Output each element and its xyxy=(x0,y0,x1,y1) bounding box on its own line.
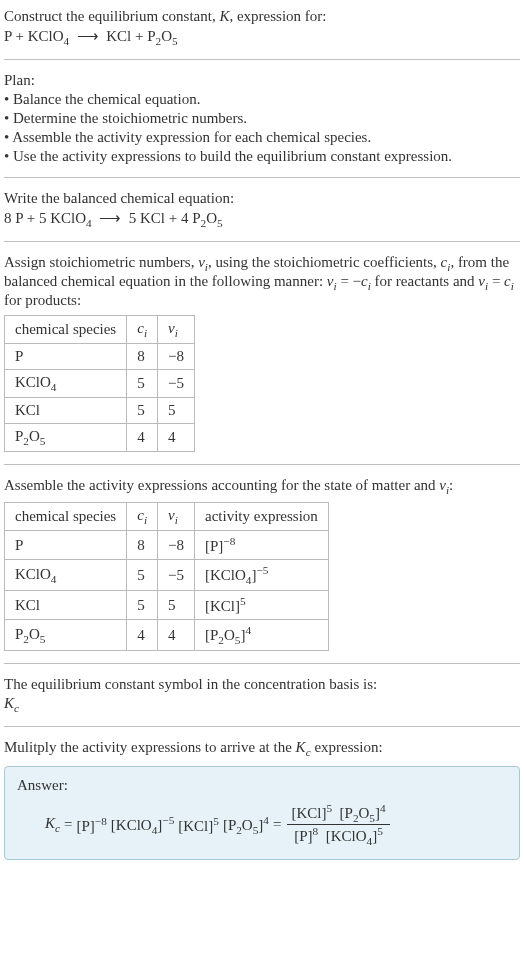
cell-ci: 5 xyxy=(127,398,158,424)
divider xyxy=(4,241,520,242)
term: [KCl]5 xyxy=(178,815,219,835)
answer-label: Answer: xyxy=(17,777,507,794)
cell-nui: −5 xyxy=(158,560,195,591)
cell-species: KCl xyxy=(5,398,127,424)
cell-species: P2O5 xyxy=(5,620,127,651)
balanced-equation: 8 P + 5 KClO4 ⟶ 5 KCl + 4 P2O5 xyxy=(4,209,520,229)
text: [P] xyxy=(205,538,223,554)
subscript: 4 xyxy=(51,381,57,393)
rhs: O xyxy=(161,28,172,44)
multiply-paragraph: Mulitply the activity expressions to arr… xyxy=(4,739,520,758)
balanced-heading: Write the balanced chemical equation: xyxy=(4,190,520,207)
subscript: i xyxy=(175,514,178,526)
text: [KClO xyxy=(205,567,246,583)
divider xyxy=(4,726,520,727)
nu-symbol: ν xyxy=(439,477,446,493)
plan-bullet: • Determine the stoichiometric numbers. xyxy=(4,110,520,127)
superscript: 5 xyxy=(326,802,332,814)
nu-symbol: ν xyxy=(168,320,175,336)
text: , using the stoichiometric coefficients, xyxy=(208,254,441,270)
plan-heading: Plan: xyxy=(4,72,520,89)
col-ci: ci xyxy=(127,316,158,344)
cell-species: KCl xyxy=(5,591,127,620)
superscript: 5 xyxy=(377,825,383,837)
text: expression: xyxy=(311,739,383,755)
plan-bullet: • Assemble the activity expression for e… xyxy=(4,129,520,146)
col-species: chemical species xyxy=(5,316,127,344)
superscript: −8 xyxy=(223,535,235,547)
term: [P2O5]4 xyxy=(223,814,269,836)
subscript: 5 xyxy=(172,35,178,47)
cell-ci: 5 xyxy=(127,370,158,398)
c-symbol: c xyxy=(504,273,511,289)
cell-ci: 4 xyxy=(127,424,158,452)
cell-species: KClO4 xyxy=(5,370,127,398)
k-symbol: K xyxy=(45,815,55,831)
cell-ci: 4 xyxy=(127,620,158,651)
divider xyxy=(4,663,520,664)
cell-nui: −5 xyxy=(158,370,195,398)
table-header-row: chemical species ci νi xyxy=(5,316,195,344)
cell-species: P xyxy=(5,344,127,370)
table-header-row: chemical species ci νi activity expressi… xyxy=(5,503,329,531)
superscript: 4 xyxy=(245,624,251,636)
k-symbol: K xyxy=(296,739,306,755)
nu-symbol: ν xyxy=(168,507,175,523)
superscript: −5 xyxy=(162,814,174,826)
divider xyxy=(4,59,520,60)
construct-heading: Construct the equilibrium constant, K, e… xyxy=(4,8,520,25)
cell-ci: 5 xyxy=(127,560,158,591)
cell-activity: [P2O5]4 xyxy=(194,620,328,651)
table-row: KClO4 5 −5 xyxy=(5,370,195,398)
rhs: 5 KCl + 4 P xyxy=(129,210,201,226)
text: [KClO xyxy=(111,817,152,833)
assemble-paragraph: Assemble the activity expressions accoun… xyxy=(4,477,520,496)
subscript: 5 xyxy=(40,633,46,645)
subscript: c xyxy=(55,822,60,834)
text: [P xyxy=(205,627,218,643)
superscript: 5 xyxy=(240,595,246,607)
col-nui: νi xyxy=(158,316,195,344)
table-row: P 8 −8 xyxy=(5,344,195,370)
text: Assemble the activity expressions accoun… xyxy=(4,477,439,493)
cell-nui: 5 xyxy=(158,591,195,620)
superscript: 4 xyxy=(380,802,386,814)
cell-nui: −8 xyxy=(158,344,195,370)
text: Mulitply the activity expressions to arr… xyxy=(4,739,296,755)
subscript: i xyxy=(144,514,147,526)
subscript: i xyxy=(144,327,147,339)
text: [KCl] xyxy=(178,818,213,834)
text: [KClO xyxy=(326,828,367,844)
k-symbol: K xyxy=(219,8,229,24)
cell-nui: −8 xyxy=(158,531,195,560)
subscript: i xyxy=(175,327,178,339)
text: [P xyxy=(340,805,353,821)
cell-ci: 8 xyxy=(127,531,158,560)
text: O xyxy=(29,428,40,444)
superscript: 4 xyxy=(263,814,269,826)
superscript: 5 xyxy=(213,815,219,827)
text: O xyxy=(242,817,253,833)
cell-species: P2O5 xyxy=(5,424,127,452)
cell-activity: [KCl]5 xyxy=(194,591,328,620)
text: [P] xyxy=(294,828,312,844)
fraction: [KCl]5 [P2O5]4 [P]8 [KClO4]5 xyxy=(287,802,389,847)
nu-symbol: ν xyxy=(198,254,205,270)
superscript: −5 xyxy=(256,564,268,576)
text: KClO xyxy=(15,566,51,582)
activity-table: chemical species ci νi activity expressi… xyxy=(4,502,329,651)
table-row: P2O5 4 4 xyxy=(5,424,195,452)
assign-paragraph: Assign stoichiometric numbers, νi, using… xyxy=(4,254,520,309)
superscript: −8 xyxy=(95,815,107,827)
rhs: KCl + P xyxy=(106,28,155,44)
table-row: P2O5 4 4 [P2O5]4 xyxy=(5,620,329,651)
c-symbol: c xyxy=(137,320,144,336)
kc-symbol: Kc xyxy=(45,815,60,834)
superscript: 8 xyxy=(313,825,319,837)
answer-box: Answer: Kc = [P]−8 [KClO4]−5 [KCl]5 [P2O… xyxy=(4,766,520,860)
rhs: O xyxy=(206,210,217,226)
lhs: 8 P + 5 KClO xyxy=(4,210,86,226)
lhs: P + KClO xyxy=(4,28,64,44)
cell-ci: 8 xyxy=(127,344,158,370)
text: = − xyxy=(337,273,361,289)
